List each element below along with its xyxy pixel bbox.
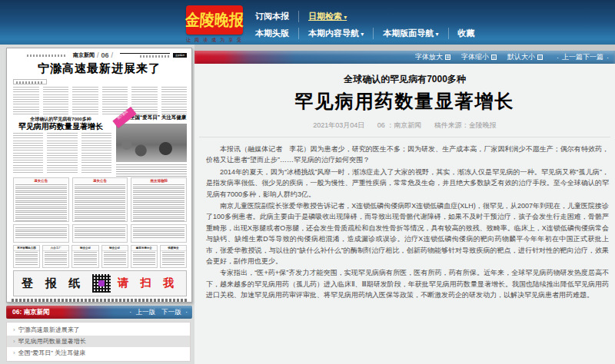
sidebar: 南京新闻 / 06 / 金陵晚报 宁滁高速最新进展来了 全球确认的罕见病有700… bbox=[0, 45, 194, 364]
ad-body-text bbox=[162, 252, 184, 266]
font-default-button[interactable]: 默认大小 bbox=[507, 52, 543, 62]
font-default-icon bbox=[537, 55, 543, 60]
nav-front-page[interactable]: 本期头版 bbox=[255, 28, 299, 39]
thumb-photo-article[interactable]: 图片新闻 全国“爱耳日” 关注耳健康 bbox=[116, 114, 187, 176]
thumb-columns-top bbox=[13, 87, 187, 114]
prev-page-link[interactable]: 上一版 bbox=[135, 308, 155, 316]
nav-row-1: 订阅本报 日期检索 bbox=[255, 8, 609, 25]
newspaper-logo[interactable]: 金陵晚报 bbox=[186, 5, 243, 35]
article-title: 罕见病用药数量显著增长 bbox=[194, 89, 615, 114]
ad-box: 南京乐清办公 bbox=[131, 245, 158, 268]
page-nav-bar: 06: 南京新闻 · 上一版 下一版 · bbox=[6, 306, 192, 319]
ad-box bbox=[131, 224, 187, 243]
ad-body-text bbox=[133, 184, 184, 221]
text-column bbox=[102, 87, 128, 114]
thumb-headline-2[interactable]: 罕见病用药数量显著增长 bbox=[7, 121, 115, 132]
separator-dot: · bbox=[607, 54, 609, 61]
paragraph: 2014年的夏天，因为“冰桶挑战”风靡一时，渐冻症走入了大家的视野，其实，渐冻人… bbox=[206, 167, 609, 200]
newspaper-page-thumbnail[interactable]: 南京新闻 / 06 / 金陵晚报 宁滁高速最新进展来了 全球确认的罕见病有700… bbox=[6, 48, 192, 303]
paragraph: 南京儿童医院副院长张爱华教授告诉记者，X连锁低磷佝偻病即X连锁低磷血症(XLH)… bbox=[206, 200, 609, 266]
article-body: 本报讯（融媒体记者 李花）因为患者少，研究的医生不多；因为研发、生产成本高，厂家… bbox=[206, 144, 609, 300]
ad-header: 悦庭物业 bbox=[161, 246, 186, 251]
ad-header bbox=[14, 225, 68, 227]
nav-subscribe[interactable]: 订阅本报 bbox=[255, 11, 299, 22]
article-date: 2021年03月04日 bbox=[313, 121, 364, 129]
article-kicker: 全球确认的罕见病有7000多种 bbox=[194, 73, 615, 86]
ad-body-text bbox=[133, 252, 155, 266]
font-larger-button[interactable]: 字体放大 + bbox=[415, 52, 450, 62]
ad-body-text bbox=[15, 227, 67, 239]
ad-header: 物业公司 bbox=[72, 246, 98, 251]
arrow-icon: › bbox=[13, 349, 15, 356]
font-smaller-icon: - bbox=[491, 55, 497, 60]
banner-ad-text-left: 登 报 纸 bbox=[22, 276, 85, 291]
text-column bbox=[13, 133, 43, 174]
ad-box bbox=[72, 224, 128, 243]
article-meta: 2021年03月04日 06 ：南京新闻 稿件来源：金陵晚报 bbox=[194, 121, 615, 131]
nav-layout-guide[interactable]: 本期版面导航 bbox=[374, 28, 448, 39]
thumb-masthead: 南京新闻 / 06 / 金陵晚报 bbox=[12, 51, 187, 60]
article-section: 06 ：南京新闻 bbox=[377, 121, 422, 129]
thumb-columns-article2 bbox=[13, 133, 111, 174]
thumb-series-label bbox=[13, 79, 47, 84]
ad-header: 南京博物院 bbox=[131, 178, 186, 184]
article-list-label: 宁滁高速最新进展来了 bbox=[18, 326, 80, 334]
article-list-item[interactable]: › 全国“爱耳日” 关注耳健康 bbox=[7, 347, 190, 359]
ad-box: 遗失公告 bbox=[72, 177, 128, 222]
slash: / bbox=[111, 51, 114, 59]
text-column bbox=[47, 133, 77, 174]
font-smaller-button[interactable]: 字体缩小 - bbox=[461, 52, 497, 62]
ad-body-text bbox=[75, 184, 126, 221]
ad-box: 悦庭物业 bbox=[160, 245, 187, 268]
ad-header: 六合工厂 bbox=[43, 246, 68, 251]
ad-header: 东方智慧幼儿园 bbox=[14, 246, 39, 251]
logo-text: 金陵晚报 bbox=[184, 9, 244, 31]
arrow-icon: › bbox=[13, 326, 15, 333]
ad-box: 遗失公告 bbox=[13, 177, 69, 222]
ad-body-text bbox=[15, 252, 38, 266]
article-list-label: 罕见病用药数量显著增长 bbox=[18, 337, 86, 346]
article-list-item-current[interactable]: › 罕见病用药数量显著增长 bbox=[7, 336, 190, 347]
font-default-label: 默认大小 bbox=[507, 52, 535, 62]
thumb-bottom-banner-ad: 登 报 纸 请 扫 我 bbox=[13, 270, 187, 296]
paragraph: 本报讯（融媒体记者 李花）因为患者少，研究的医生不多；因为研发、生产成本高，厂家… bbox=[206, 144, 609, 166]
thumb-ads-row-2 bbox=[13, 224, 187, 243]
ad-body-text bbox=[45, 252, 67, 266]
article-list-item[interactable]: › 宁滁高速最新进展来了 bbox=[7, 324, 190, 336]
text-column bbox=[131, 87, 158, 114]
nav-favorite[interactable]: 收藏 bbox=[449, 28, 484, 39]
ad-header: 南京乐清办公 bbox=[131, 246, 157, 251]
ad-box: 南京博物院 bbox=[131, 177, 187, 222]
thumb-photo-image bbox=[116, 124, 187, 162]
nav-date-search[interactable]: 日期检索 bbox=[299, 11, 356, 22]
paragraph: 专家指出，“医+药+保”齐发力才能突围，实现罕见病病有所医，医有所药，药有所保。… bbox=[206, 267, 609, 300]
meta-divider bbox=[199, 137, 610, 137]
ad-body-text bbox=[75, 227, 126, 239]
thumb-date-rule bbox=[120, 53, 170, 58]
nav-row-2: 本期头版 本期内容导航 本期版面导航 收藏 bbox=[255, 25, 609, 41]
ad-box: 物业公司 bbox=[101, 245, 128, 268]
arrow-icon: › bbox=[13, 338, 15, 345]
next-page-link[interactable]: 下一版 bbox=[161, 308, 181, 316]
text-column bbox=[161, 87, 188, 114]
font-larger-icon: + bbox=[445, 55, 450, 60]
ad-header: 遗失公告 bbox=[14, 178, 68, 184]
prev-next-article-links[interactable]: 上一篇下一篇 bbox=[562, 52, 603, 62]
article-list-label: 全国“爱耳日” 关注耳健康 bbox=[18, 349, 86, 357]
thumb-ads-row-3: 东方智慧幼儿园 六合工厂 物业公司 物业公司 南京乐清办公 悦庭物业 bbox=[13, 245, 187, 268]
text-column bbox=[81, 133, 111, 174]
thumb-disclaimer-text bbox=[12, 299, 188, 302]
ad-body-text bbox=[74, 252, 96, 266]
ad-box: 六合工厂 bbox=[42, 245, 69, 268]
thumb-headline-main[interactable]: 宁滁高速最新进展来了 bbox=[7, 61, 191, 76]
article-source: 稿件来源：金陵晚报 bbox=[434, 121, 497, 129]
text-column bbox=[43, 87, 69, 114]
ad-box: 物业公司 bbox=[71, 245, 98, 268]
nav-content-guide[interactable]: 本期内容导航 bbox=[299, 28, 374, 39]
ad-header: 物业公司 bbox=[102, 246, 128, 251]
tiny-text bbox=[16, 81, 44, 84]
slash: / bbox=[97, 51, 99, 59]
ad-box: 东方智慧幼儿园 bbox=[13, 245, 40, 268]
banner-ad-text-right: 请 扫 我 bbox=[118, 276, 178, 290]
separator-dot: · bbox=[129, 308, 131, 316]
